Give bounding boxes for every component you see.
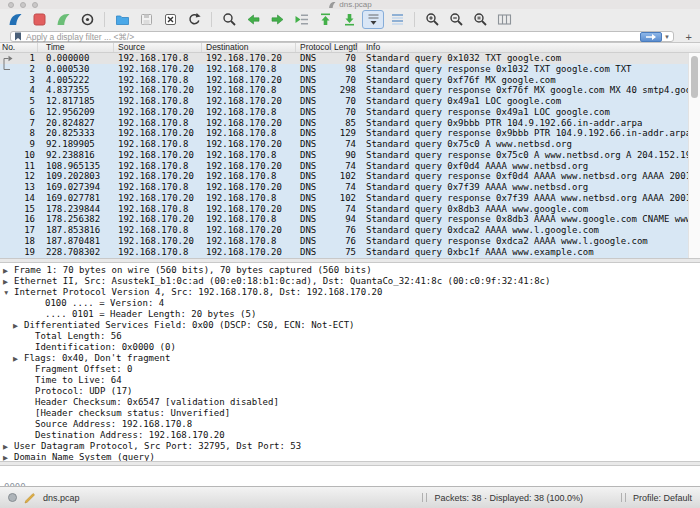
packet-row[interactable]: 16178.256382192.168.170.20192.168.170.8D… (0, 214, 700, 225)
detail-line[interactable]: Source Address: 192.168.170.8 (0, 419, 700, 430)
packet-row[interactable]: 18187.870481192.168.170.20192.168.170.8D… (0, 236, 700, 247)
cell-info: Standard query response 0x7f39 AAAA www.… (358, 193, 700, 204)
capture-comment-pencil-icon[interactable] (24, 492, 36, 504)
expert-info-button[interactable] (8, 493, 17, 502)
start-capture-button[interactable] (4, 10, 26, 29)
go-to-top-button[interactable] (314, 10, 336, 29)
expand-toggle[interactable]: ▶ (3, 265, 14, 276)
packet-row[interactable]: 10.000000192.168.170.8192.168.170.20DNS7… (0, 53, 700, 64)
detail-line[interactable]: .... 0101 = Header Length: 20 bytes (5) (0, 309, 700, 320)
expand-toggle[interactable]: ▶ (13, 353, 24, 364)
detail-line[interactable]: [Header checksum status: Unverified] (0, 408, 700, 419)
open-file-button[interactable] (111, 10, 133, 29)
zoom-in-button[interactable] (421, 10, 443, 29)
detail-line[interactable]: Time to Live: 64 (0, 375, 700, 386)
detail-line[interactable]: Identification: 0x0000 (0) (0, 342, 700, 353)
packet-row[interactable]: 512.817185192.168.170.8192.168.170.20DNS… (0, 96, 700, 107)
detail-line[interactable]: ▶User Datagram Protocol, Src Port: 32795… (0, 441, 700, 452)
detail-line[interactable]: ▶Differentiated Services Field: 0x00 (DS… (0, 320, 700, 331)
detail-line[interactable]: ▶Flags: 0x40, Don't fragment (0, 353, 700, 364)
auto-scroll-toggle[interactable] (362, 10, 384, 29)
collapse-toggle[interactable]: ▼ (3, 287, 14, 298)
packet-row[interactable]: 612.956209192.168.170.20192.168.170.8DNS… (0, 107, 700, 118)
resize-columns-button[interactable] (493, 10, 515, 29)
add-filter-button[interactable]: + (686, 30, 692, 43)
detail-line[interactable]: ▶Ethernet II, Src: AsustekI_b1:0c:ad (00… (0, 276, 700, 287)
packet-row[interactable]: 19228.708302192.168.170.8192.168.170.20D… (0, 247, 700, 258)
detail-line[interactable]: ▼Internet Protocol Version 4, Src: 192.1… (0, 287, 700, 298)
stop-capture-button[interactable] (28, 10, 50, 29)
restart-capture-button[interactable] (52, 10, 74, 29)
zoom-out-button[interactable] (445, 10, 467, 29)
detail-line[interactable]: 0100 .... = Version: 4 (0, 298, 700, 309)
cell-info: Standard query 0xdca2 AAAA www.l.google.… (358, 225, 700, 236)
go-to-packet-button[interactable] (290, 10, 312, 29)
cell-destination: 192.168.170.20 (202, 53, 296, 64)
packet-row[interactable]: 20.000530192.168.170.20192.168.170.8DNS9… (0, 64, 700, 75)
profile-label[interactable]: Profile: Default (633, 493, 692, 503)
save-file-button[interactable] (135, 10, 157, 29)
packet-row[interactable]: 15178.239844192.168.170.8192.168.170.20D… (0, 204, 700, 215)
column-header-protocol[interactable]: Protocol (296, 43, 332, 52)
column-header-no[interactable]: No. (0, 43, 38, 52)
display-filter-input[interactable]: Apply a display filter ... <⌘/> ▼ (10, 31, 674, 42)
capture-options-button[interactable] (76, 10, 98, 29)
expand-toggle[interactable]: ▶ (3, 452, 14, 461)
minimize-window-button[interactable] (20, 2, 26, 8)
detail-line[interactable]: Fragment Offset: 0 (0, 364, 700, 375)
detail-line[interactable]: Total Length: 56 (0, 331, 700, 342)
detail-text: Frame 1: 70 bytes on wire (560 bits), 70… (14, 265, 372, 275)
packet-row[interactable]: 12109.202803192.168.170.20192.168.170.8D… (0, 171, 700, 182)
cell-source: 192.168.170.20 (114, 171, 202, 182)
packet-row[interactable]: 11108.965135192.168.170.8192.168.170.20D… (0, 161, 700, 172)
cell-destination: 192.168.170.8 (202, 171, 296, 182)
related-packet-indicator (0, 161, 14, 172)
column-header-destination[interactable]: Destination (202, 43, 296, 52)
reload-file-button[interactable] (183, 10, 205, 29)
packet-row[interactable]: 44.837355192.168.170.20192.168.170.8DNS2… (0, 85, 700, 96)
expand-toggle[interactable]: ▶ (3, 441, 14, 452)
go-back-button[interactable] (242, 10, 264, 29)
detail-line[interactable]: Destination Address: 192.168.170.20 (0, 430, 700, 441)
column-header-time[interactable]: Time (38, 43, 114, 52)
detail-line[interactable]: ▶Frame 1: 70 bytes on wire (560 bits), 7… (0, 265, 700, 276)
hex-row[interactable]: 0000 00 c0 9f 32 41 8c 00 e0 18 b1 0c ad… (0, 471, 700, 482)
expand-toggle[interactable]: ▶ (13, 320, 24, 331)
goto-packet-icon (294, 12, 309, 27)
packet-row[interactable]: 820.825333192.168.170.20192.168.170.8DNS… (0, 128, 700, 139)
column-header-info[interactable]: Info (358, 43, 700, 52)
cell-info: Standard query 0xf76f MX google.com (358, 75, 700, 86)
find-packet-button[interactable] (218, 10, 240, 29)
packet-row[interactable]: 14169.027781192.168.170.20192.168.170.8D… (0, 193, 700, 204)
column-header-length[interactable]: Length (332, 43, 358, 52)
apply-filter-button[interactable] (640, 32, 662, 42)
packet-row[interactable]: 13169.027394192.168.170.8192.168.170.20D… (0, 182, 700, 193)
packet-row[interactable]: 1092.238816192.168.170.20192.168.170.8DN… (0, 150, 700, 161)
cell-source: 192.168.170.8 (114, 118, 202, 129)
packet-row[interactable]: 720.824827192.168.170.8192.168.170.20DNS… (0, 118, 700, 129)
close-window-button[interactable] (8, 2, 14, 8)
zoom-original-button[interactable] (469, 10, 491, 29)
related-packet-indicator (0, 85, 14, 96)
filter-dropdown-caret[interactable]: ▼ (664, 34, 670, 40)
detail-line[interactable]: Protocol: UDP (17) (0, 386, 700, 397)
detail-line[interactable]: ▶Domain Name System (query) (0, 452, 700, 461)
cell-protocol: DNS (296, 128, 332, 139)
related-packet-indicator (0, 128, 14, 139)
packet-list-scrollbar[interactable] (688, 53, 700, 258)
expand-toggle[interactable]: ▶ (3, 276, 14, 287)
zoom-window-button[interactable] (32, 2, 38, 8)
packet-row[interactable]: 34.005222192.168.170.8192.168.170.20DNS7… (0, 75, 700, 86)
filter-bookmark-icon[interactable] (14, 32, 22, 41)
go-forward-button[interactable] (266, 10, 288, 29)
column-header-source[interactable]: Source (114, 43, 202, 52)
packet-row[interactable]: 17187.853816192.168.170.8192.168.170.20D… (0, 225, 700, 236)
go-to-bottom-button[interactable] (338, 10, 360, 29)
close-file-button[interactable] (159, 10, 181, 29)
colorize-packets-button[interactable] (386, 10, 408, 29)
cell-length: 94 (332, 214, 358, 225)
detail-text: Header Checksum: 0x6547 [validation disa… (35, 397, 279, 407)
packet-row[interactable]: 992.189905192.168.170.8192.168.170.20DNS… (0, 139, 700, 150)
scrollbar-thumb[interactable] (691, 56, 698, 98)
detail-line[interactable]: Header Checksum: 0x6547 [validation disa… (0, 397, 700, 408)
